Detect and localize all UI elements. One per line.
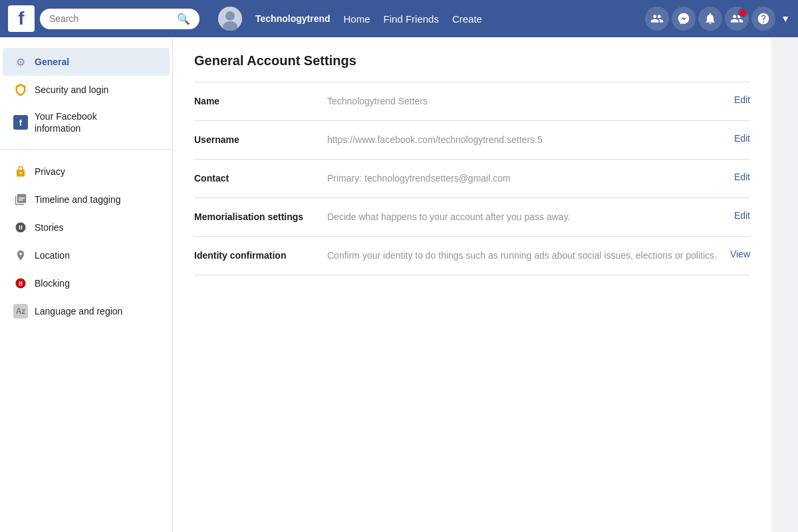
sidebar-item-stories[interactable]: Stories [3, 213, 170, 241]
settings-value-memorialisation: Decide what happens to your account afte… [327, 210, 724, 224]
sidebar-item-language[interactable]: Az Language and region [3, 297, 170, 325]
sidebar-item-security[interactable]: Security and login [3, 76, 170, 104]
navbar-center: Technologytrend Home Find Friends Create [218, 7, 640, 31]
sidebar-item-label-language: Language and region [35, 305, 122, 317]
sidebar-item-label-security: Security and login [35, 84, 108, 96]
timeline-icon [13, 192, 28, 207]
messenger-icon-btn[interactable] [672, 7, 696, 31]
user-avatar[interactable] [218, 7, 242, 31]
sidebar-item-label-location: Location [35, 249, 70, 261]
lock-icon [13, 164, 28, 179]
settings-value-identity: Confirm your identity to do things such … [327, 249, 720, 263]
settings-action-memorialisation[interactable]: Edit [734, 210, 750, 221]
navbar-icons: ▼ [645, 7, 790, 31]
help-icon-btn[interactable] [751, 7, 775, 31]
sidebar-item-label-timeline: Timeline and tagging [35, 194, 120, 205]
settings-row-username: Username https://www.facebook.com/techno… [194, 120, 750, 159]
blocking-icon [13, 276, 28, 291]
sidebar-section-1: ⚙ General Security and login f Your Face… [0, 48, 172, 150]
quick-add-icon-btn[interactable] [725, 7, 749, 31]
nav-find-friends[interactable]: Find Friends [384, 13, 439, 25]
nav-create[interactable]: Create [452, 13, 482, 25]
sidebar-item-timeline[interactable]: Timeline and tagging [3, 186, 170, 213]
search-input[interactable] [49, 13, 172, 24]
settings-action-identity[interactable]: View [730, 249, 750, 259]
sidebar-item-privacy[interactable]: Privacy [3, 158, 170, 186]
sidebar-item-fb-info[interactable]: f Your Facebookinformation [3, 104, 170, 141]
dropdown-arrow[interactable]: ▼ [781, 13, 790, 24]
gear-icon: ⚙ [13, 55, 28, 69]
location-icon [13, 248, 28, 263]
stories-icon [13, 220, 28, 235]
shield-icon [13, 82, 28, 97]
nav-home[interactable]: Home [344, 13, 370, 25]
notifications-icon-btn[interactable] [698, 7, 722, 31]
facebook-logo[interactable]: f [8, 5, 35, 32]
sidebar-item-general[interactable]: ⚙ General [3, 48, 170, 76]
settings-label-username: Username [194, 133, 327, 145]
sidebar: ⚙ General Security and login f Your Face… [0, 37, 173, 532]
nav-username[interactable]: Technologytrend [255, 13, 331, 24]
settings-row-name: Name Technologytrend Setters Edit [194, 82, 750, 120]
settings-value-contact: Primary: technologytrendsetters@gmail.co… [327, 172, 724, 186]
sidebar-item-label-privacy: Privacy [35, 166, 65, 178]
main-content: General Account Settings Name Technology… [173, 37, 771, 532]
settings-action-username[interactable]: Edit [734, 133, 750, 144]
settings-label-identity: Identity confirmation [194, 249, 327, 261]
settings-label-contact: Contact [194, 172, 327, 184]
settings-row-memorialisation: Memorialisation settings Decide what hap… [194, 198, 750, 236]
page-layout: ⚙ General Security and login f Your Face… [0, 37, 798, 532]
settings-action-name[interactable]: Edit [734, 94, 750, 105]
settings-value-username: https://www.facebook.com/technologytrend… [327, 133, 724, 147]
sidebar-item-blocking[interactable]: Blocking [3, 269, 170, 297]
settings-table: Name Technologytrend Setters Edit Userna… [194, 82, 750, 275]
search-icon: 🔍 [177, 13, 190, 25]
settings-row-contact: Contact Primary: technologytrendsetters@… [194, 159, 750, 198]
facebook-info-icon: f [13, 115, 28, 130]
settings-action-contact[interactable]: Edit [734, 172, 750, 182]
sidebar-item-label-stories: Stories [35, 221, 64, 233]
search-bar: 🔍 [40, 9, 200, 29]
sidebar-item-label-general: General [35, 56, 69, 68]
page-title: General Account Settings [194, 53, 750, 68]
language-icon: Az [13, 304, 28, 319]
friends-icon-btn[interactable] [645, 7, 669, 31]
settings-row-identity: Identity confirmation Confirm your ident… [194, 236, 750, 275]
sidebar-section-2: Privacy Timeline and tagging Stories [0, 158, 172, 333]
sidebar-item-label-fb-info: Your Facebookinformation [35, 110, 97, 134]
settings-label-memorialisation: Memorialisation settings [194, 210, 327, 222]
settings-value-name: Technologytrend Setters [327, 94, 724, 108]
svg-point-1 [225, 11, 235, 21]
sidebar-item-label-blocking: Blocking [35, 277, 70, 289]
sidebar-item-location[interactable]: Location [3, 241, 170, 269]
settings-label-name: Name [194, 94, 327, 106]
navbar: f 🔍 Technologytrend Home Find Friends Cr… [0, 0, 798, 37]
